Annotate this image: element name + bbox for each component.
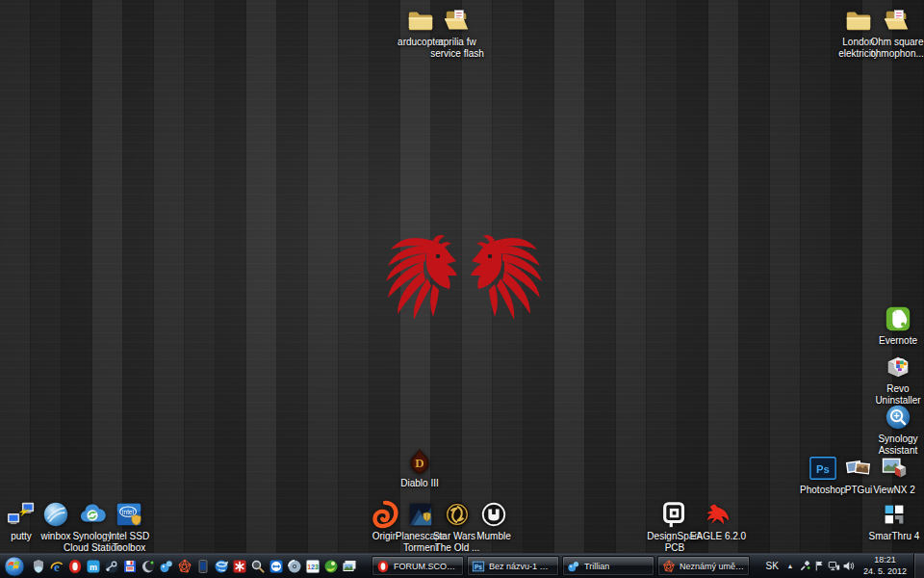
system-tray: SK ▲ 18:21 24. 5. 2012 [762,554,924,578]
tray-network-icon [828,560,840,572]
taskbar-pinned-total-commander[interactable] [120,555,139,577]
photoshop-sm-icon: Ps [472,560,485,573]
taskbar-pinned-phone-sync[interactable] [193,555,212,577]
crescent-app-icon [141,559,156,574]
tray-expand-arrow-icon[interactable]: ▲ [784,560,796,573]
desktop-icon-label: Evernote [879,335,917,347]
total-commander-icon [122,559,138,574]
desktop-icon-revo-uninstaller[interactable]: Revo Uninstaller [861,353,924,407]
svg-text:D: D [415,456,424,470]
lion-right-icon [467,233,544,322]
trillian-icon [159,559,174,574]
music-wireframe-icon [662,560,676,573]
taskbar-pinned-internet-explorer[interactable]: e [47,555,65,577]
desktop-icon-aprilia-fw-service-flash[interactable]: aprilia fw service flash [421,6,494,60]
folder-open-icon [443,6,472,35]
taskbar-running: FORUM.SCOOTE...PsBez názvu-1 @ 10...Tril… [372,556,753,576]
search-tool-icon [250,559,266,574]
desktop-icon-ohm-square-ohmophon[interactable]: Ohm square ohmophon... [860,6,924,60]
svg-text:e: e [54,559,60,573]
desktop-icon-label: SmarThru 4 [869,531,920,542]
taskbar-button-label: FORUM.SCOOTE... [394,562,459,571]
tray-volume-icon [842,560,855,572]
taskbar-button-opera-forum[interactable]: FORUM.SCOOTE... [372,556,464,576]
tray-language[interactable]: SK [762,561,783,571]
desktop-icon-diablo-iii[interactable]: DDiablo III [383,447,456,489]
svg-text:Ps: Ps [475,563,482,569]
svg-text:123: 123 [307,564,319,570]
tray-clock[interactable]: 18:21 24. 5. 2012 [863,555,907,577]
trillian-icon [567,560,580,573]
taskbar-pinned-green-app[interactable] [321,555,340,577]
taskbar-pinned: em123 [29,555,358,577]
teamviewer-icon [269,559,284,574]
taskbar-pinned-opera[interactable] [65,555,84,577]
taskbar-button-label: Bez názvu-1 @ 10... [489,562,554,571]
windows-orb-icon [4,556,25,577]
disc-burner-icon [287,559,302,574]
diablo-icon: D [405,447,434,476]
wallpaper-lions-logo [384,233,544,322]
taskbar-pinned-trillian[interactable] [157,555,175,577]
taskbar-button-label: Trillian [584,562,609,571]
desktop-icon-label: EAGLE 6.2.0 [690,531,746,542]
start-button[interactable] [0,554,29,578]
desktop-icon-synology-assistant[interactable]: Synology Assistant [861,403,924,457]
show-desktop-button[interactable] [913,554,924,578]
svg-text:intel: intel [122,509,135,515]
taskbar: em123 FORUM.SCOOTE...PsBez názvu-1 @ 10.… [0,553,924,578]
taskbar-pinned-maxthon[interactable]: m [84,555,102,577]
opera-icon [376,560,390,573]
taskbar-pinned-shield-app[interactable] [29,555,47,577]
phone-sync-icon [195,559,211,574]
taskbar-pinned-codec-123[interactable]: 123 [303,555,321,577]
taskbar-pinned-music-wireframe[interactable] [175,555,193,577]
maxthon-icon: m [86,559,101,574]
desktop-screen: arducopteraprilia fw service flashLondon… [0,0,924,578]
desktop-icon-smarthru-4[interactable]: SmarThru 4 [858,500,924,542]
eagle-icon [704,500,732,529]
desktop-icon-mumble[interactable]: Mumble [457,500,530,542]
codec-123-icon: 123 [305,559,321,574]
tray-network[interactable] [827,559,841,574]
tray-action-center-flag[interactable] [812,559,827,574]
clock-time: 18:21 [863,555,907,565]
taskbar-pinned-search-tool[interactable] [248,555,267,577]
folder-open-pink-icon [883,6,911,35]
revo-icon [884,353,912,381]
mumble-icon [479,500,508,529]
taskbar-pinned-asterisk-app[interactable] [230,555,248,577]
steam-icon [104,559,119,574]
shield-app-icon [31,559,46,574]
taskbar-pinned-steam[interactable] [102,555,120,577]
opera-icon [67,559,83,574]
taskbar-pinned-teamviewer[interactable] [267,555,285,577]
desktop-icon-intel-ssd-toolbox[interactable]: intelIntel SSD Toolbox [92,500,166,554]
viewnx-icon [880,454,909,483]
desktop-icon-label: aprilia fw service flash [430,37,484,60]
intel-ssd-icon: intel [115,500,143,529]
photo-viewer-icon [342,559,357,574]
tray-flag-icon [813,560,826,572]
taskbar-button-trillian[interactable]: Trillian [562,556,654,576]
taskbar-button-music-player[interactable]: Neznámý umělec [657,556,750,576]
tray-volume[interactable] [841,559,856,574]
desktop-icon-label: ViewNX 2 [873,485,915,496]
tray-usb-device[interactable] [798,559,812,574]
smarthru-icon [880,500,909,529]
music-wireframe-icon [177,559,192,574]
google-earth-icon [214,559,229,574]
taskbar-pinned-crescent-app[interactable] [139,555,157,577]
desktop-icon-label: Mumble [476,531,511,542]
desktop-icon-evernote[interactable]: Evernote [861,304,924,347]
taskbar-button-photoshop-document[interactable]: PsBez názvu-1 @ 10... [467,556,559,576]
tray-icons [798,559,856,574]
taskbar-pinned-google-earth[interactable] [212,555,230,577]
internet-explorer-icon: e [49,559,64,574]
green-app-icon [323,559,339,574]
desktop-icon-eagle-620[interactable]: EAGLE 6.2.0 [681,500,755,542]
desktop-icon-viewnx-2[interactable]: ViewNX 2 [858,454,924,496]
clock-date: 24. 5. 2012 [863,566,907,577]
taskbar-pinned-photo-viewer[interactable] [340,555,358,577]
taskbar-pinned-disc-burner[interactable] [285,555,303,577]
